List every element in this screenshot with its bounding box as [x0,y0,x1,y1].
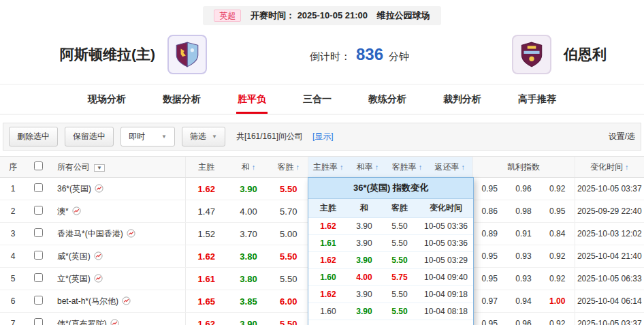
toolbar: 删除选中 保留选中 即时 ▼ 筛选 ▼ 共[161/161]间公司 [显示] 设… [3,123,641,151]
company-name[interactable]: 威*(英国) [57,251,91,261]
popup-change-time: 10-05 03:29 [419,252,473,269]
row-select [26,223,50,245]
change-time: 2025-10-05 06:33 [575,268,644,290]
draw-odds: 3.90 [227,178,270,200]
trend-icon[interactable] [127,229,135,240]
popup-draw-odds: 3.90 [348,218,381,235]
col-company[interactable]: 所有公司▼ [50,157,185,178]
popup-change-time: 10-04 09:18 [419,286,473,303]
instant-dropdown-label: 即时 [129,131,145,142]
popup-col-draw: 和 [348,199,381,218]
filter-dropdown-label: 筛选 [190,131,206,142]
settings-link[interactable]: 设置/选 [609,131,635,142]
keep-selected-button[interactable]: 保留选中 [65,127,114,146]
home-team-name: 阿斯顿维拉(主) [60,45,155,64]
col-away-rate[interactable]: 客胜率↑ [387,157,428,178]
sort-asc-icon: ↑ [419,163,423,171]
chevron-down-icon: ▼ [161,134,167,140]
trend-icon[interactable] [72,206,81,217]
draw-odds: 3.80 [227,268,270,290]
row-checkbox[interactable] [34,183,43,192]
tab-coach-analysis[interactable]: 教练分析 [367,84,408,114]
col-away-win[interactable]: 客胜↑ [270,157,308,178]
league-badge[interactable]: 英超 [214,10,241,22]
company-cell: 伟*(直布罗陀) [50,313,185,325]
tab-win-draw-lose[interactable]: 胜平负 [236,84,268,114]
trend-icon[interactable] [110,319,119,325]
home-odds: 1.62 [185,313,227,325]
kelly-draw: 0.93 [506,268,541,290]
company-name[interactable]: 36*(英国) [57,184,91,194]
col-draw-rate[interactable]: 和率↑ [349,157,387,178]
delete-selected-button[interactable]: 删除选中 [9,127,58,146]
popup-change-time: 10-04 09:40 [419,269,473,286]
instant-dropdown[interactable]: 即时 ▼ [120,127,175,146]
row-checkbox[interactable] [34,296,43,305]
col-home-win[interactable]: 主胜 [185,157,227,178]
row-number: 4 [0,245,26,268]
company-name[interactable]: 立*(英国) [57,274,91,283]
tab-live-analysis[interactable]: 现场分析 [86,84,127,114]
change-time: 2025-10-05 03:37 [575,178,644,200]
draw-odds: 3.85 [227,290,270,313]
away-odds: 5.50 [270,313,308,325]
popup-away-odds: 5.50 [381,235,419,252]
trend-icon[interactable] [94,274,103,285]
row-number: 2 [0,200,26,223]
popup-away-odds: 5.75 [381,269,419,286]
draw-odds: 4.00 [227,200,270,223]
col-draw[interactable]: 和↑ [227,157,270,178]
row-checkbox[interactable] [34,206,43,215]
company-name[interactable]: 香港马*(中国香港) [57,229,123,238]
odds-table-wrap: 序 所有公司▼ 主胜 和↑ 客胜↑ 主胜率↑ 和率↑ 客胜率↑ 返还率↑ 凯利指… [0,156,644,325]
team-header: 阿斯顿维拉(主) 倒计时： 836 分钟 [0,25,644,84]
popup-draw-odds: 3.90 [348,235,381,252]
countdown-value: 836 [356,45,383,64]
draw-odds: 3.70 [227,223,270,245]
kelly-home: 0.95 [472,268,506,290]
home-odds: 1.62 [185,245,227,268]
countdown-label: 倒计时： [310,50,351,63]
company-name[interactable]: bet-at-h*(马尔他) [57,296,118,306]
company-cell: bet-at-h*(马尔他) [50,290,185,313]
away-odds: 6.00 [270,290,308,313]
tab-referee-analysis[interactable]: 裁判分析 [442,84,483,114]
popup-draw-odds: 3.90 [348,252,381,269]
tab-three-in-one[interactable]: 三合一 [302,84,333,114]
popup-away-odds: 5.50 [381,252,419,269]
row-checkbox[interactable] [34,273,43,282]
trend-icon[interactable] [94,251,103,262]
show-link[interactable]: [显示] [312,131,334,142]
col-payout-rate[interactable]: 返还率↑ [428,157,472,178]
company-filter-dropdown-icon[interactable]: ▼ [94,164,105,172]
company-cell: 香港马*(中国香港) [50,223,185,245]
kelly-home: 0.89 [472,223,506,245]
company-name[interactable]: 伟*(直布罗陀) [57,319,107,325]
select-all-checkbox[interactable] [34,161,43,170]
match-info-bar: 英超 开赛时间： 2025-10-05 21:00 维拉公园球场 [0,0,644,25]
kickoff-label: 开赛时间： [251,10,295,20]
popup-row: 1.62 3.90 5.50 10-04 09:18 [308,286,473,303]
filter-dropdown[interactable]: 筛选 ▼ [182,127,225,146]
kelly-away: 0.92 [541,268,575,290]
trend-icon[interactable] [122,296,131,307]
kelly-draw: 0.96 [506,313,541,325]
row-checkbox[interactable] [34,228,43,237]
kelly-home: 0.86 [472,200,506,223]
company-name[interactable]: 澳* [57,206,69,216]
sort-asc-icon: ↑ [340,163,344,171]
change-time: 2025-10-04 06:14 [575,290,644,313]
trend-icon[interactable] [95,184,103,195]
match-info-box: 英超 开赛时间： 2025-10-05 21:00 维拉公园球场 [203,6,440,25]
col-change-time[interactable]: 变化时间↑ [575,157,644,178]
row-checkbox[interactable] [34,318,43,325]
popup-home-odds: 1.62 [308,218,348,235]
tab-expert-picks[interactable]: 高手推荐 [517,84,558,114]
row-checkbox[interactable] [34,251,43,260]
row-select [26,313,50,325]
chevron-down-icon: ▼ [212,134,217,140]
popup-away-odds: 5.50 [381,303,419,320]
col-home-rate[interactable]: 主胜率↑ [308,157,349,178]
tab-data-analysis[interactable]: 数据分析 [161,84,202,114]
sort-asc-icon: ↑ [296,163,300,171]
